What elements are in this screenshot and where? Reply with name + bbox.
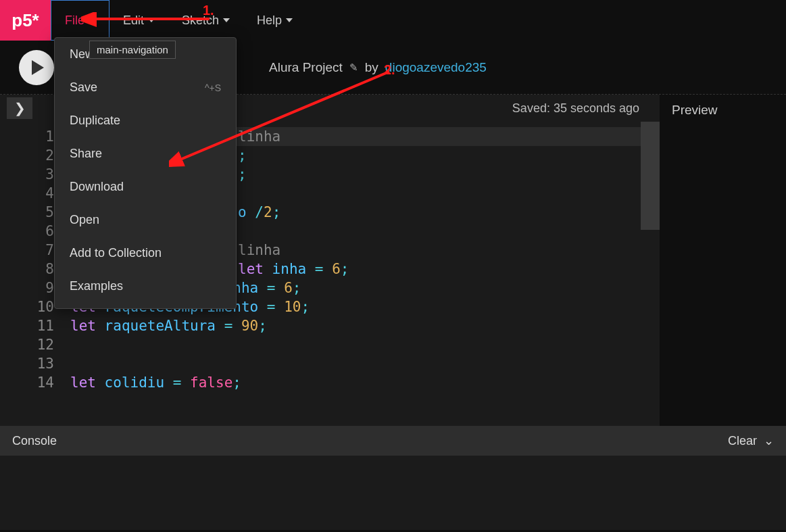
play-button[interactable] — [19, 50, 54, 85]
scrollbar-thumb[interactable] — [641, 122, 660, 230]
saved-status: Saved: 35 seconds ago — [512, 101, 639, 116]
dropdown-examples[interactable]: Examples — [55, 270, 236, 303]
dropdown-duplicate-label: Duplicate — [70, 114, 120, 128]
code-line[interactable] — [62, 354, 660, 373]
sidebar-toggle-button[interactable]: ❯ — [7, 97, 32, 119]
menu-edit-label: Edit — [123, 14, 144, 28]
menu-file-label: File — [65, 14, 84, 28]
code-line[interactable]: let colidiu = false; — [62, 373, 660, 392]
line-number: 4 — [0, 184, 54, 203]
annotation-label-1: 1. — [203, 3, 214, 18]
navbar: p5* File Edit Sketch Help — [0, 0, 786, 41]
menu-bar: File Edit Sketch Help — [51, 0, 306, 41]
play-icon — [32, 60, 44, 75]
dropdown-save-label: Save — [70, 80, 97, 95]
dropdown-examples-label: Examples — [70, 279, 123, 293]
caret-down-icon — [89, 18, 95, 22]
line-number: 2 — [0, 146, 54, 165]
caret-down-icon — [223, 18, 230, 22]
dropdown-download-label: Download — [70, 180, 124, 194]
file-dropdown: New Save ^+S Duplicate Share Download Op… — [54, 37, 237, 309]
line-number: 11 — [0, 316, 54, 335]
dropdown-save[interactable]: Save ^+S — [55, 71, 236, 104]
menu-help-label: Help — [257, 14, 282, 28]
dropdown-add-collection[interactable]: Add to Collection — [55, 237, 236, 270]
caret-down-icon — [148, 18, 155, 22]
dropdown-share-label: Share — [70, 147, 102, 161]
line-number: 9 — [0, 279, 54, 297]
line-number: 8 — [0, 260, 54, 279]
code-line[interactable] — [62, 335, 660, 354]
console-label: Console — [12, 434, 57, 448]
dropdown-share[interactable]: Share — [55, 137, 236, 170]
console-clear-label: Clear — [728, 434, 757, 448]
menu-edit[interactable]: Edit — [109, 0, 168, 41]
line-gutter: 1234567891011121314 — [0, 122, 62, 426]
line-number: 7 — [0, 241, 54, 260]
menu-help[interactable]: Help — [243, 0, 306, 41]
line-number: 10 — [0, 297, 54, 316]
dropdown-save-shortcut: ^+S — [205, 82, 221, 93]
logo[interactable]: p5* — [0, 0, 51, 41]
line-number: 13 — [0, 354, 54, 373]
menu-file[interactable]: File — [51, 0, 109, 41]
preview-pane: Preview — [660, 95, 786, 426]
dropdown-open-label: Open — [70, 213, 99, 227]
project-title-group: Alura Project ✎ by diogoazevedo235 — [269, 60, 487, 75]
chevron-down-icon: ⌄ — [764, 433, 774, 448]
line-number: 3 — [0, 165, 54, 184]
console-body — [0, 456, 786, 530]
line-number: 1 — [0, 127, 54, 146]
nav-tooltip: main-navigation — [89, 41, 176, 59]
dropdown-add-collection-label: Add to Collection — [70, 246, 162, 260]
console: Console Clear ⌄ — [0, 426, 786, 530]
console-header: Console Clear ⌄ — [0, 426, 786, 456]
console-clear-button[interactable]: Clear ⌄ — [728, 433, 774, 448]
pencil-icon[interactable]: ✎ — [349, 62, 358, 74]
line-number: 5 — [0, 203, 54, 222]
by-label: by — [365, 60, 378, 75]
line-number: 6 — [0, 222, 54, 241]
chevron-right-icon: ❯ — [14, 100, 26, 116]
code-line[interactable]: let raqueteAltura = 90; — [62, 316, 660, 335]
dropdown-download[interactable]: Download — [55, 170, 236, 203]
dropdown-open[interactable]: Open — [55, 203, 236, 237]
project-title: Alura Project — [269, 60, 343, 75]
annotation-label-2: 2. — [384, 62, 395, 78]
author-link[interactable]: diogoazevedo235 — [385, 60, 487, 75]
line-number: 12 — [0, 335, 54, 354]
caret-down-icon — [286, 18, 293, 22]
dropdown-duplicate[interactable]: Duplicate — [55, 104, 236, 137]
preview-heading: Preview — [672, 103, 774, 118]
line-number: 14 — [0, 373, 54, 392]
